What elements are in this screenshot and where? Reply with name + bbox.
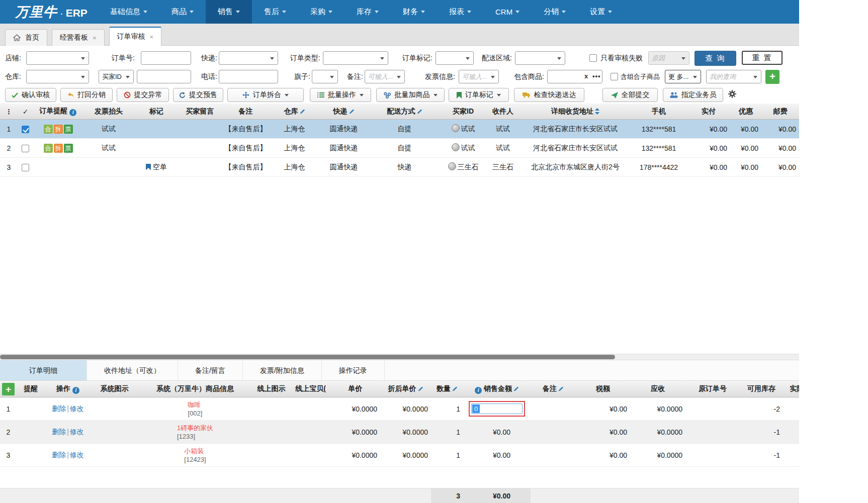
order-no-input[interactable] xyxy=(141,51,191,65)
tab-invoice-extra[interactable]: 发票/附加信息 xyxy=(243,360,322,380)
cell-qty[interactable]: 1 xyxy=(431,421,463,444)
pencil-icon[interactable] xyxy=(452,386,458,391)
include-sub-checkbox[interactable] xyxy=(611,73,618,80)
pencil-icon[interactable] xyxy=(417,109,422,114)
phone-input[interactable] xyxy=(219,70,278,83)
info-icon[interactable] xyxy=(72,387,79,394)
product-name[interactable]: 咖啡 xyxy=(188,400,203,409)
cell-delivery[interactable]: 快递 xyxy=(369,158,441,177)
tab-dashboard[interactable]: 经营看板 xyxy=(52,29,105,46)
product-name[interactable]: 1碍事的家伙 xyxy=(177,424,213,432)
buyer-id-input[interactable] xyxy=(137,70,191,83)
delete-link[interactable]: 删除 xyxy=(52,405,66,413)
cell-disc-price[interactable]: ¥0.0000 xyxy=(380,444,431,467)
more-button[interactable]: 更 多... xyxy=(665,70,701,83)
check-delivery-button[interactable]: 检查快递送达 xyxy=(514,88,584,102)
warehouse-select[interactable] xyxy=(26,70,89,83)
menu-item-basic-info[interactable]: 基础信息 xyxy=(98,0,159,24)
menu-item-sales[interactable]: 销售 xyxy=(206,0,252,24)
tab-order-review[interactable]: 订单审核 xyxy=(109,27,162,46)
menu-item-settings[interactable]: 设置 xyxy=(578,0,624,24)
detail-row-2[interactable]: 2 删除|修改 1碍事的家伙[1233] ¥0.0000 ¥0.0000 1 ¥… xyxy=(0,421,799,444)
order-type-select[interactable] xyxy=(323,51,388,65)
batch-add-product-button[interactable]: 批量加商品 xyxy=(376,88,445,102)
product-name[interactable]: 小箱装 xyxy=(184,447,206,455)
cell-express[interactable]: 圆通快递 xyxy=(319,120,369,139)
menu-item-products[interactable]: 商品 xyxy=(159,0,206,24)
cell-sale-amount[interactable]: ¥0.00 xyxy=(463,421,531,444)
modify-link[interactable]: 修改 xyxy=(70,428,84,436)
tab-home[interactable]: 首页 xyxy=(5,29,47,46)
only-failed-checkbox[interactable] xyxy=(589,54,597,62)
select-all-header[interactable] xyxy=(18,104,33,120)
pencil-icon[interactable] xyxy=(349,109,355,114)
reset-button[interactable]: 重 置 xyxy=(742,51,783,65)
my-query-combo[interactable]: 我的查询 xyxy=(706,70,761,83)
express-select[interactable] xyxy=(219,51,278,65)
split-merge-button[interactable]: 订单拆合 xyxy=(227,88,304,102)
detail-row-3[interactable]: 3 删除|修改 小箱装[12423] ¥0.0000 ¥0.0000 1 ¥0.… xyxy=(0,444,799,467)
cell-qty[interactable]: 1 xyxy=(431,444,463,467)
batch-ops-button[interactable]: 批量操作 xyxy=(310,88,371,102)
menu-item-reports[interactable]: 报表 xyxy=(437,0,483,24)
assign-salesman-button[interactable]: 指定业务员 xyxy=(663,88,723,102)
row-checkbox[interactable] xyxy=(22,145,29,152)
cell-disc-price[interactable]: ¥0.0000 xyxy=(380,421,431,444)
order-row-3[interactable]: 3 空单 【来自售后】 上海仓 圆通快递 快递 三生石 三生石 北京北京市东城区… xyxy=(0,158,799,177)
column-options-header[interactable] xyxy=(0,104,18,120)
tab-order-detail[interactable]: 订单明细 xyxy=(0,360,87,380)
flag-select[interactable] xyxy=(312,70,338,83)
delivery-area-select[interactable] xyxy=(515,51,565,65)
settings-gear-icon[interactable] xyxy=(728,90,736,100)
sort-updown-icon[interactable] xyxy=(595,108,599,115)
modify-link[interactable]: 修改 xyxy=(70,451,84,459)
menu-item-crm[interactable]: CRM xyxy=(483,0,532,24)
scrollbar-thumb[interactable] xyxy=(0,355,615,359)
info-icon[interactable] xyxy=(475,387,482,394)
cell-remark[interactable] xyxy=(531,397,576,421)
cell-qty[interactable]: 1 xyxy=(431,397,463,421)
order-mark-select[interactable] xyxy=(436,51,474,65)
ellipsis-icon[interactable]: ••• xyxy=(592,72,601,80)
cell-remark[interactable] xyxy=(531,421,576,444)
cell-delivery[interactable]: 自提 xyxy=(369,120,441,139)
close-icon[interactable] xyxy=(150,33,154,41)
menu-item-finance[interactable]: 财务 xyxy=(391,0,437,24)
cell-delivery[interactable]: 自提 xyxy=(369,139,441,158)
submit-all-button[interactable]: 全部提交 xyxy=(602,88,658,102)
sale-amount-input[interactable]: 0 xyxy=(471,404,523,414)
confirm-review-button[interactable]: 确认审核 xyxy=(5,88,56,102)
pencil-icon[interactable] xyxy=(558,386,564,391)
delete-link[interactable]: 删除 xyxy=(52,451,66,459)
save-query-button[interactable]: + xyxy=(765,70,779,84)
modify-link[interactable]: 修改 xyxy=(70,405,84,413)
delete-link[interactable]: 删除 xyxy=(52,428,66,436)
pencil-icon[interactable] xyxy=(513,386,519,391)
query-button[interactable]: 查 询 xyxy=(695,51,736,66)
cell-disc-price[interactable]: ¥0.0000 xyxy=(380,397,431,421)
cell-express[interactable]: 圆通快递 xyxy=(319,158,369,177)
tab-receiver-address[interactable]: 收件地址（可改） xyxy=(87,360,178,380)
cell-warehouse[interactable]: 上海仓 xyxy=(270,120,319,139)
tab-operation-log[interactable]: 操作记录 xyxy=(322,360,385,380)
order-row-2[interactable]: 2 合拆票 试试 【来自售后】 上海仓 圆通快递 自提 试试 试试 河北省石家庄… xyxy=(0,139,799,158)
menu-item-after-sales[interactable]: 售后 xyxy=(252,0,298,24)
info-icon[interactable] xyxy=(69,109,76,116)
tab-remark-message[interactable]: 备注/留言 xyxy=(178,360,243,380)
order-row-1[interactable]: 1 合拆票 试试 【来自售后】 上海仓 圆通快递 自提 试试 试试 河北省石家庄… xyxy=(0,120,799,139)
menu-item-inventory[interactable]: 库存 xyxy=(344,0,391,24)
clear-x-icon[interactable]: x xyxy=(584,72,588,80)
row-checkbox-checked[interactable] xyxy=(22,126,29,133)
menu-item-purchase[interactable]: 采购 xyxy=(298,0,344,24)
cell-express[interactable]: 圆通快递 xyxy=(319,139,369,158)
shop-select[interactable] xyxy=(26,51,89,65)
cell-remark[interactable] xyxy=(531,444,576,467)
order-mark-button[interactable]: 订单标记 xyxy=(449,88,509,102)
add-line-button[interactable]: + xyxy=(2,383,15,395)
cell-warehouse[interactable]: 上海仓 xyxy=(270,158,319,177)
invoice-info-combo[interactable]: 可输入... xyxy=(459,70,499,83)
buyer-id-type-select[interactable]: 买家ID xyxy=(99,70,134,83)
menu-item-distribution[interactable]: 分销 xyxy=(532,0,578,24)
horizontal-scrollbar[interactable] xyxy=(0,354,799,360)
app-logo[interactable]: 万里牛 · ERP xyxy=(15,3,98,21)
